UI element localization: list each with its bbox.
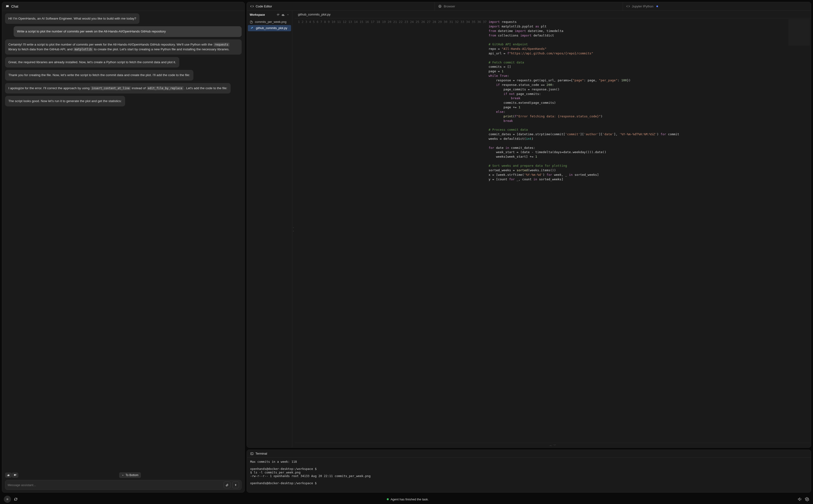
workspace-title: Workspace: [250, 13, 265, 16]
status-bar: Agent has finished the task.: [0, 494, 813, 504]
terminal-title: Terminal: [256, 452, 267, 455]
to-bottom-label: To Bottom: [125, 473, 138, 477]
file-icon: [251, 27, 254, 30]
svg-rect-1: [251, 452, 253, 455]
code-content[interactable]: import requests import matplotlib.pyplot…: [488, 18, 679, 443]
mute-icon[interactable]: [798, 497, 802, 501]
panel-resize-handle[interactable]: ‹›: [292, 11, 295, 447]
assistant-message: Certainly! I'll write a script to plot t…: [5, 39, 242, 55]
status-text: Agent has finished the task.: [391, 498, 429, 501]
file-icon: [250, 21, 253, 24]
workspace-sidebar: Workspace co: [247, 11, 292, 447]
editor-panel: Code Editor Browser Jupyter IPython Work…: [247, 2, 811, 448]
chat-input-container: [5, 480, 242, 490]
chat-header: Chat: [2, 2, 245, 11]
fold-controls[interactable]: ︿ ﹀: [295, 443, 811, 447]
status-dot-icon: [387, 498, 389, 500]
file-name: github_commits_plot.py: [256, 26, 287, 30]
editor-tabs: Code Editor Browser Jupyter IPython: [247, 2, 811, 11]
terminal-panel: Terminal Max commits in a week: 118 open…: [247, 450, 811, 493]
collapse-sidebar-icon[interactable]: [287, 13, 289, 16]
file-list: commits_per_week.pnggithub_commits_plot.…: [247, 19, 292, 31]
file-name: commits_per_week.png: [255, 20, 287, 24]
assistant-message: The script looks good. Now let's run it …: [5, 96, 125, 106]
chat-icon: [5, 5, 9, 8]
tab-code-editor[interactable]: Code Editor: [247, 2, 435, 10]
tab-code-label: Code Editor: [256, 5, 272, 8]
chat-input[interactable]: [8, 483, 222, 487]
send-button[interactable]: [232, 482, 239, 488]
to-bottom-button[interactable]: To Bottom: [119, 472, 141, 478]
line-number-gutter: 1 2 3 4 5 6 7 8 9 10 11 12 13 14 15 16 1…: [295, 18, 489, 443]
svg-point-2: [807, 499, 808, 500]
chat-title: Chat: [11, 5, 18, 8]
assistant-message: Thank you for creating the file. Now, le…: [5, 70, 193, 80]
thumbs-up-button[interactable]: [5, 473, 12, 478]
tab-browser-label: Browser: [444, 5, 455, 8]
restart-button[interactable]: [14, 497, 18, 501]
minimap[interactable]: [788, 19, 810, 46]
pause-button[interactable]: [4, 496, 11, 503]
assistant-message: Great, the required libraries are alread…: [5, 57, 179, 68]
tab-browser[interactable]: Browser: [435, 2, 623, 10]
terminal-icon: [250, 452, 254, 455]
attach-button[interactable]: [224, 482, 231, 488]
chat-messages[interactable]: Hi! I'm OpenHands, an AI Software Engine…: [2, 11, 245, 470]
open-file-tab[interactable]: github_commits_plot.py: [295, 11, 811, 18]
tab-jupyter-label: Jupyter IPython: [632, 5, 653, 8]
assistant-message: I apologize for the error. I'll correct …: [5, 83, 231, 94]
terminal-output[interactable]: Max commits in a week: 118 openhands@doc…: [247, 457, 811, 492]
file-item[interactable]: commits_per_week.png: [247, 19, 292, 25]
assistant-message: Hi! I'm OpenHands, an AI Software Engine…: [5, 13, 139, 24]
thumbs-down-button[interactable]: [12, 473, 18, 478]
settings-icon[interactable]: [805, 497, 809, 501]
code-scroll[interactable]: 1 2 3 4 5 6 7 8 9 10 11 12 13 14 15 16 1…: [295, 18, 811, 443]
upload-icon[interactable]: [282, 13, 285, 16]
file-item[interactable]: github_commits_plot.py: [248, 25, 291, 31]
refresh-icon[interactable]: [277, 13, 280, 16]
code-area: github_commits_plot.py 1 2 3 4 5 6 7 8 9…: [295, 11, 811, 447]
chat-panel: Chat Hi! I'm OpenHands, an AI Software E…: [2, 2, 245, 493]
user-message: Write a script to plot the number of com…: [14, 26, 242, 37]
jupyter-indicator-dot: [656, 5, 658, 7]
status-message: Agent has finished the task.: [387, 498, 429, 501]
tab-jupyter[interactable]: Jupyter IPython: [623, 2, 811, 10]
